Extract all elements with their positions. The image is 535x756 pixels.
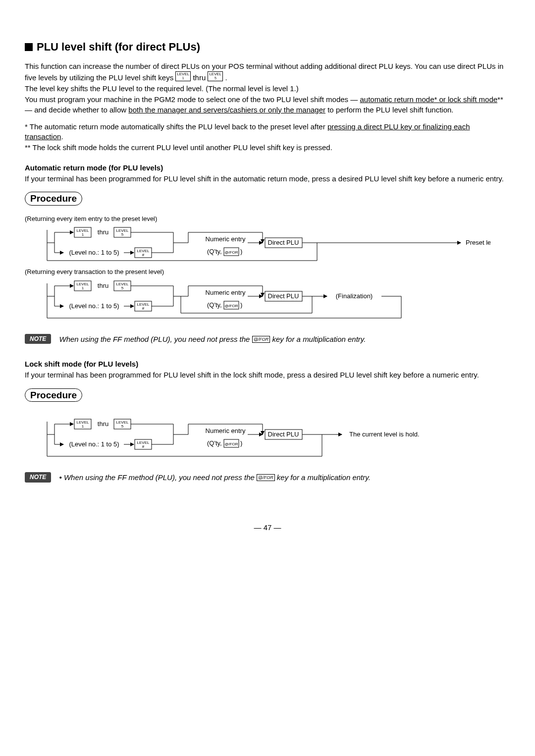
intro-line3: You must program your machine in the PGM…: [25, 95, 510, 115]
lock-mode-heading: Lock shift mode (for PLU levels): [25, 359, 510, 369]
svg-text:(Level no.: 1 to 5): (Level no.: 1 to 5): [69, 249, 119, 256]
svg-text:5: 5: [121, 424, 124, 429]
intro-paragraph: This function can increase the number of…: [25, 61, 510, 83]
auto-mode-body: If your terminal has been programmed for…: [25, 174, 510, 184]
diagram-label-2: (Returning every transaction to the pres…: [25, 268, 510, 276]
svg-text:thru: thru: [98, 228, 108, 236]
svg-text:Direct PLU: Direct PLU: [268, 292, 299, 300]
svg-text:1: 1: [82, 232, 84, 237]
footnote-list: * The automatic return mode automaticall…: [25, 122, 510, 153]
svg-text:1: 1: [82, 424, 84, 429]
svg-text:#: #: [142, 306, 145, 311]
svg-text:#: #: [142, 253, 145, 257]
svg-text:): ): [240, 301, 242, 309]
key-for-icon: @/FOR: [252, 336, 270, 343]
svg-text:#: #: [142, 444, 145, 449]
svg-text:@/FOR: @/FOR: [224, 250, 238, 255]
note-2: NOTE • When using the FF method (PLU), y…: [25, 472, 510, 483]
key-for-icon: @/FOR: [257, 474, 275, 481]
svg-text:@/FOR: @/FOR: [224, 304, 238, 308]
note-badge: NOTE: [25, 472, 51, 482]
svg-text:@/FOR: @/FOR: [224, 442, 238, 446]
text: key for a multiplication entry.: [277, 473, 371, 482]
svg-text:(Q'ty,: (Q'ty,: [207, 301, 222, 309]
svg-text:5: 5: [121, 232, 124, 237]
text: thru: [193, 73, 208, 82]
text-underline: automatic return mode* or lock shift mod…: [360, 95, 497, 104]
heading-text: PLU level shift (for direct PLUs): [37, 41, 200, 53]
diagram-label-1: (Returning every item entry to the prese…: [25, 215, 510, 223]
auto-mode-heading: Automatic return mode (for PLU levels): [25, 163, 510, 173]
key-level1-icon: LEVEL1: [175, 71, 191, 81]
svg-text:thru: thru: [98, 420, 108, 428]
footnote-1: * The automatic return mode automaticall…: [25, 122, 510, 142]
svg-text:5: 5: [121, 286, 124, 290]
bullet-square: [25, 43, 33, 51]
text: This function can increase the number of…: [25, 62, 503, 82]
svg-text:1: 1: [82, 286, 84, 290]
procedure-label: Procedure: [25, 192, 82, 206]
text: When using the FF method (PLU), you need…: [59, 335, 252, 343]
svg-text:(Finalization): (Finalization): [336, 292, 373, 300]
svg-text:): ): [240, 248, 242, 255]
svg-text:Direct PLU: Direct PLU: [268, 239, 299, 246]
note-1: NOTE When using the FF method (PLU), you…: [25, 334, 510, 344]
footnote-2: ** The lock shift mode holds the current…: [25, 143, 510, 153]
key-level5-icon: LEVEL5: [208, 71, 223, 81]
text: You must program your machine in the PGM…: [25, 95, 360, 104]
text: * The automatic return mode automaticall…: [25, 122, 327, 131]
svg-text:): ): [240, 439, 242, 447]
section-heading: PLU level shift (for direct PLUs): [25, 40, 510, 54]
svg-text:(Q'ty,: (Q'ty,: [207, 248, 222, 255]
page-number: — 47 —: [25, 523, 510, 533]
intro-line2: The level key shifts the PLU level to th…: [25, 84, 510, 94]
svg-text:(Q'ty,: (Q'ty,: [207, 439, 222, 447]
note-badge: NOTE: [25, 334, 51, 344]
text: .: [225, 73, 227, 82]
svg-text:Numeric entry: Numeric entry: [206, 235, 246, 243]
text: • When using the FF method (PLU), you ne…: [59, 473, 257, 482]
svg-text:(Level no.: 1 to 5): (Level no.: 1 to 5): [69, 440, 119, 448]
text: key for a multiplication entry.: [272, 335, 366, 343]
text: .: [61, 132, 63, 141]
svg-text:Preset level: Preset level: [466, 239, 490, 246]
diagram-1: LEVEL 1 thru LEVEL 5 (Level no.: 1 to 5)…: [25, 225, 490, 265]
svg-text:Numeric entry: Numeric entry: [206, 289, 246, 296]
svg-text:Numeric entry: Numeric entry: [206, 427, 246, 434]
text: to perform the PLU level shift function.: [325, 106, 453, 114]
svg-text:(Level no.: 1 to 5): (Level no.: 1 to 5): [69, 302, 119, 310]
diagram-2: LEVEL 1 thru LEVEL 5 (Level no.: 1 to 5)…: [25, 278, 490, 323]
svg-text:The current level is hold.: The current level is hold.: [349, 431, 420, 438]
svg-text:Direct PLU: Direct PLU: [268, 431, 299, 438]
svg-text:thru: thru: [98, 282, 108, 289]
text-underline: both the manager and servers/cashiers or…: [128, 106, 325, 114]
diagram-3: LEVEL 1 thru LEVEL 5 (Level no.: 1 to 5)…: [25, 417, 490, 461]
lock-mode-body: If your terminal has been programmed for…: [25, 370, 510, 380]
procedure-label-2: Procedure: [25, 388, 82, 402]
